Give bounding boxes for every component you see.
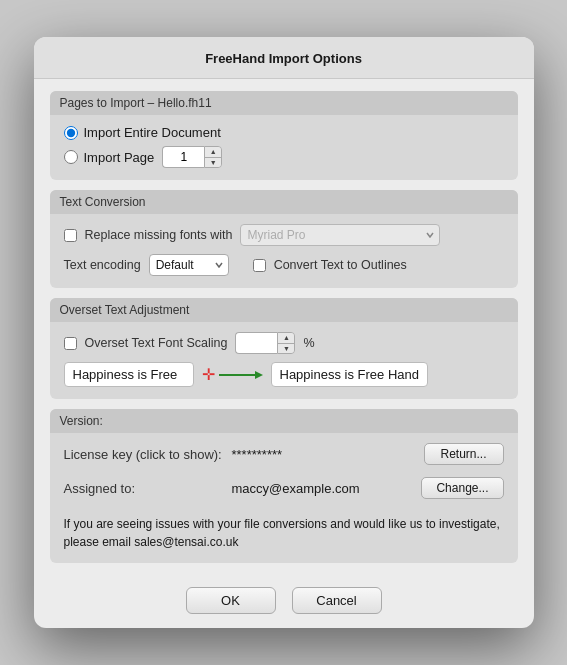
overset-header: Overset Text Adjustment — [50, 298, 518, 322]
before-font-box: Happiness is Free — [64, 362, 194, 387]
overset-scaling-input[interactable]: 95 — [235, 332, 277, 354]
cross-icon: ✛ — [202, 367, 215, 383]
encoding-select[interactable]: Default — [149, 254, 229, 276]
info-text: If you are seeing issues with your file … — [64, 515, 504, 551]
import-page-label[interactable]: Import Page — [64, 150, 155, 165]
text-conversion-header: Text Conversion — [50, 190, 518, 214]
encoding-label: Text encoding — [64, 258, 141, 272]
replace-fonts-checkbox[interactable] — [64, 229, 77, 242]
import-entire-radio[interactable] — [64, 126, 78, 140]
font-preview-row: Happiness is Free ✛ Happiness is Free Ha… — [64, 362, 504, 387]
import-radio-group: Import Entire Document Import Page 1 ▲ ▼ — [64, 125, 504, 168]
encoding-row: Text encoding Default Convert Text to Ou… — [64, 254, 504, 276]
convert-outlines-checkbox[interactable] — [253, 259, 266, 272]
version-body: License key (click to show): ********** … — [50, 433, 518, 563]
dialog-title: FreeHand Import Options — [34, 37, 534, 79]
replace-fonts-row: Replace missing fonts with Myriad Pro — [64, 224, 504, 246]
overset-section: Overset Text Adjustment Overset Text Fon… — [50, 298, 518, 399]
change-button[interactable]: Change... — [421, 477, 503, 499]
overset-scaling-checkbox[interactable] — [64, 337, 77, 350]
transform-arrow: ✛ — [202, 367, 263, 383]
after-font-box: Happiness is Free Hand — [271, 362, 428, 387]
license-label: License key (click to show): — [64, 447, 224, 462]
license-value[interactable]: ********** — [232, 447, 416, 462]
overset-scaling-row: Overset Text Font Scaling 95 ▲ ▼ % — [64, 332, 504, 354]
import-page-radio[interactable] — [64, 150, 78, 164]
assigned-value: maccy@example.com — [232, 481, 414, 496]
freehand-import-dialog: FreeHand Import Options Pages to Import … — [34, 37, 534, 628]
percent-label: % — [303, 336, 314, 350]
page-number-stepper[interactable]: 1 ▲ ▼ — [162, 146, 222, 168]
text-conversion-section: Text Conversion Replace missing fonts wi… — [50, 190, 518, 288]
page-number-input[interactable]: 1 — [162, 146, 204, 168]
dialog-body: Pages to Import – Hello.fh11 Import Enti… — [34, 79, 534, 579]
encoding-stepper: Default — [149, 254, 229, 276]
arrow-svg — [219, 367, 263, 383]
version-section: Version: License key (click to show): **… — [50, 409, 518, 563]
cancel-button[interactable]: Cancel — [292, 587, 382, 614]
pages-section: Pages to Import – Hello.fh11 Import Enti… — [50, 91, 518, 180]
text-conversion-body: Replace missing fonts with Myriad Pro Te… — [50, 214, 518, 288]
assigned-row: Assigned to: maccy@example.com Change... — [64, 477, 504, 499]
overset-up[interactable]: ▲ — [278, 333, 294, 343]
pages-section-header: Pages to Import – Hello.fh11 — [50, 91, 518, 115]
page-number-arrows: ▲ ▼ — [204, 146, 222, 168]
overset-scaling-stepper[interactable]: 95 ▲ ▼ — [235, 332, 295, 354]
replace-fonts-label: Replace missing fonts with — [85, 228, 233, 242]
page-number-down[interactable]: ▼ — [205, 157, 221, 167]
overset-scaling-arrows: ▲ ▼ — [277, 332, 295, 354]
ok-button[interactable]: OK — [186, 587, 276, 614]
import-page-text: Import Page — [84, 150, 155, 165]
license-row: License key (click to show): ********** … — [64, 443, 504, 465]
font-select[interactable]: Myriad Pro — [240, 224, 440, 246]
assigned-label: Assigned to: — [64, 481, 224, 496]
button-row: OK Cancel — [34, 579, 534, 628]
pages-section-body: Import Entire Document Import Page 1 ▲ ▼ — [50, 115, 518, 180]
overset-down[interactable]: ▼ — [278, 343, 294, 353]
page-number-up[interactable]: ▲ — [205, 147, 221, 157]
overset-body: Overset Text Font Scaling 95 ▲ ▼ % Happi… — [50, 322, 518, 399]
convert-outlines-label: Convert Text to Outlines — [274, 258, 407, 272]
svg-marker-1 — [255, 371, 263, 379]
import-entire-label[interactable]: Import Entire Document — [64, 125, 504, 140]
return-button[interactable]: Return... — [424, 443, 504, 465]
overset-scaling-label: Overset Text Font Scaling — [85, 336, 228, 350]
import-entire-text: Import Entire Document — [84, 125, 221, 140]
version-header: Version: — [50, 409, 518, 433]
